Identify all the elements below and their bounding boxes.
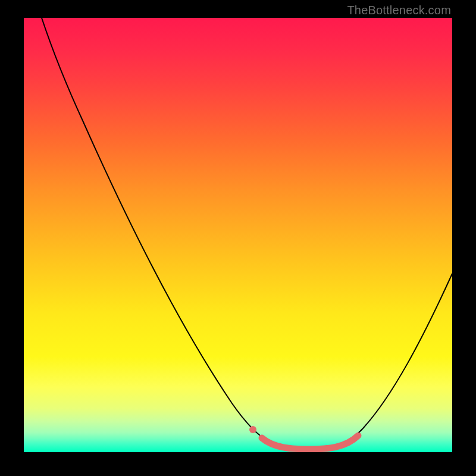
plot-area xyxy=(24,18,452,452)
attribution-text: TheBottleneck.com xyxy=(347,4,451,17)
curve-svg xyxy=(24,18,452,452)
chart-frame: TheBottleneck.com xyxy=(0,0,476,476)
bottleneck-curve xyxy=(42,18,452,449)
highlight-marker-dot xyxy=(249,426,256,433)
optimal-range-highlight xyxy=(262,436,358,449)
